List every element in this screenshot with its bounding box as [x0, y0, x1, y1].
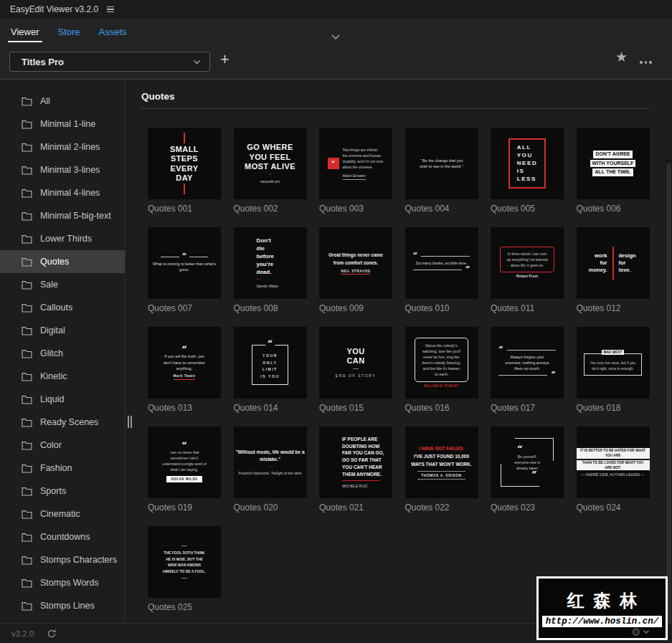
- sidebar-item-all[interactable]: All: [0, 90, 125, 113]
- add-preset-button[interactable]: +: [217, 49, 232, 70]
- thumbnail[interactable]: “YOURONLYLIMITIS YOU: [234, 327, 307, 399]
- scrollbar-thumb[interactable]: [666, 163, 671, 643]
- thumbnail[interactable]: IF PEOPLE ARE DOUBTING HOW FAR YOU CAN G…: [319, 427, 392, 498]
- sidebar-item-lower-thirds[interactable]: Lower Thirds: [0, 227, 125, 250]
- thumbnail-text: I am so clever that sometimes I don't un…: [161, 449, 207, 472]
- thumbnail-text: ONLY: [263, 360, 278, 366]
- thumbnail[interactable]: “So many books, so little time.”: [405, 227, 478, 299]
- thumbnail-text: WILLIAM W. PURKEY: [424, 383, 460, 389]
- sidebar-item-minimal-4-lines[interactable]: Minimal 4-lines: [0, 181, 125, 204]
- sidebar-item-digital[interactable]: Digital: [0, 319, 125, 342]
- sidebar-item-stomps-words[interactable]: Stomps Words: [0, 571, 125, 594]
- thumbnail[interactable]: Don'tdiebeforeyou'redead.—Sándor Márai: [234, 227, 307, 299]
- thumbnail-text: CAN: [346, 356, 364, 365]
- thumbnail[interactable]: “ Be the change that you wish to see in …: [405, 128, 478, 199]
- sidebar-item-label: Color: [40, 440, 62, 450]
- watermark-url: http://www.hoslin.cn/: [542, 616, 663, 627]
- sidebar-item-minimal-3-lines[interactable]: Minimal 3-lines: [0, 158, 125, 181]
- grid-item: IT IS BETTER TO BE HATED FOR WHAT YOU AR…: [577, 427, 650, 513]
- thumbnail-text: Great things never came: [328, 252, 383, 259]
- thumbnail[interactable]: DON'T AGREEWITH YOURSELFALL THE TIME.: [577, 128, 650, 199]
- thumbnail-text: •: [269, 171, 270, 177]
- sidebar-item-sale[interactable]: Sale: [0, 273, 125, 296]
- thumbnail-label: Quotes 007: [148, 303, 221, 313]
- tab-viewer[interactable]: Viewer: [11, 19, 39, 44]
- sidebar-item-glitch[interactable]: Glitch: [0, 342, 125, 365]
- thumbnail-text: Albert Einstein: [343, 173, 366, 180]
- thumbnail[interactable]: IT IS BETTER TO BE HATED FOR WHAT YOU AR…: [577, 427, 650, 498]
- sidebar-item-minimal-5-big-text[interactable]: Minimal 5-big-text: [0, 204, 125, 227]
- thumbnail-label: Quotes 022: [405, 503, 478, 513]
- thumbnail[interactable]: Great things never camefrom comfort zone…: [319, 227, 392, 299]
- thumbnail[interactable]: SMALLSTEPSEVERYDAY: [148, 128, 221, 199]
- watermark-title: 红森林: [558, 589, 647, 612]
- sidebar-item-quotes[interactable]: Quotes: [0, 250, 125, 273]
- thumbnail[interactable]: “If you tell the truth, you don't have t…: [148, 327, 221, 399]
- thumbnail-text: “: [413, 253, 470, 259]
- sidebar-item-label: Sale: [40, 280, 58, 290]
- thumbnail[interactable]: —THE FOOL DOTH THINK HE IS WISE, BUT THE…: [148, 526, 221, 598]
- preset-dropdown[interactable]: Titles Pro: [9, 52, 210, 72]
- thumbnail[interactable]: “Be yourself; everyone else is already t…: [491, 427, 564, 498]
- sidebar-item-liquid[interactable]: Liquid: [0, 388, 125, 411]
- grid-item: SMALLSTEPSEVERYDAYQuotes 001: [148, 128, 221, 214]
- thumbnail-text: So many books, so little time.: [416, 260, 468, 266]
- thumbnail[interactable]: work for money.design for love.: [577, 227, 650, 299]
- thumbnail[interactable]: “Two things are infinite: the universe a…: [319, 128, 392, 199]
- thumbnail[interactable]: “I am so clever that sometimes I don't u…: [148, 427, 221, 498]
- thumbnail-text: easyedit pro: [260, 178, 280, 184]
- sidebar-item-callouts[interactable]: Callouts: [0, 296, 125, 319]
- scrollbar-track[interactable]: [666, 159, 672, 643]
- refresh-icon[interactable]: [47, 629, 57, 639]
- sidebar-item-label: Sports: [40, 486, 66, 496]
- sidebar-item-stomps-lines[interactable]: Stomps Lines: [0, 594, 125, 617]
- quote-mark: “: [328, 158, 339, 169]
- sidebar-item-color[interactable]: Color: [0, 434, 125, 457]
- thumbnail[interactable]: “Always forgive your enemies; nothing an…: [491, 327, 564, 399]
- sidebar-item-fashion[interactable]: Fashion: [0, 457, 125, 480]
- folder-icon: [22, 143, 32, 152]
- sidebar-item-label: Kinetic: [40, 371, 67, 381]
- sidebar-resize-handle[interactable]: [128, 416, 132, 428]
- favorite-star-icon[interactable]: ★: [615, 50, 628, 64]
- folder-icon: [22, 349, 32, 358]
- thumbnail-text: [342, 480, 379, 481]
- thumbnail[interactable]: MAE WESTYou only live once, but if you d…: [577, 327, 650, 399]
- grid-item: “ Be the change that you wish to see in …: [405, 128, 478, 214]
- chevron-down-icon[interactable]: [331, 30, 341, 43]
- thumbnail-label: Quotes 014: [234, 403, 307, 413]
- thumbnail[interactable]: In three words I can sum up everything I…: [491, 227, 564, 299]
- thumbnail-text: WITH YOURSELF: [590, 160, 636, 168]
- sidebar-item-stomps-characters[interactable]: Stomps Characters: [0, 548, 125, 571]
- hamburger-menu-icon[interactable]: [107, 6, 114, 12]
- thumbnail[interactable]: "Without music, life would be a mistake.…: [234, 427, 307, 498]
- tab-assets[interactable]: Assets: [99, 19, 127, 44]
- sidebar-item-minimal-1-line[interactable]: Minimal 1-line: [0, 113, 125, 135]
- sidebar-item-ready-scenes[interactable]: Ready Scenes: [0, 411, 125, 434]
- thumbnail[interactable]: “What is coming is better than what's go…: [148, 227, 221, 299]
- thumbnail-label: Quotes 004: [405, 204, 478, 214]
- sidebar-item-minimal-2-lines[interactable]: Minimal 2-lines: [0, 135, 125, 158]
- chevron-down-icon[interactable]: [643, 629, 650, 634]
- thumbnail[interactable]: GO WHEREYOU FEELMOST ALIVE•easyedit pro: [234, 128, 307, 199]
- thumbnail[interactable]: Dance like nobody's watching, love like …: [405, 327, 478, 399]
- sidebar-list: AllMinimal 1-lineMinimal 2-linesMinimal …: [0, 80, 126, 623]
- thumbnail[interactable]: ALLYOUNEEDISLESS: [491, 128, 564, 199]
- thumbnail-label: Quotes 025: [148, 602, 221, 612]
- thumbnail[interactable]: I HAVE NOT FAILED.I'VE JUST FOUND 10,000…: [405, 427, 478, 498]
- more-options-icon[interactable]: [638, 59, 654, 66]
- thumbnail-text: LESS: [517, 176, 536, 183]
- thumbnail-text: IT IS BETTER TO BE HATED FOR WHAT YOU AR…: [577, 448, 650, 459]
- folder-icon: [22, 189, 32, 198]
- thumbnail-label: Quotes 023: [491, 503, 564, 513]
- sidebar-item-kinetic[interactable]: Kinetic: [0, 365, 125, 388]
- thumbnail[interactable]: YOUCAN—END OF STORY: [319, 327, 392, 399]
- gear-icon[interactable]: ⚙: [631, 627, 640, 637]
- grid-item: “Always forgive your enemies; nothing an…: [491, 327, 564, 413]
- tab-store[interactable]: Store: [58, 19, 80, 44]
- folder-icon: [22, 303, 32, 313]
- sidebar-item-countdowns[interactable]: Countdowns: [0, 525, 125, 548]
- sidebar-item-cinematic[interactable]: Cinematic: [0, 503, 125, 525]
- thumbnail-label: Quotes 008: [234, 303, 307, 313]
- sidebar-item-sports[interactable]: Sports: [0, 480, 125, 503]
